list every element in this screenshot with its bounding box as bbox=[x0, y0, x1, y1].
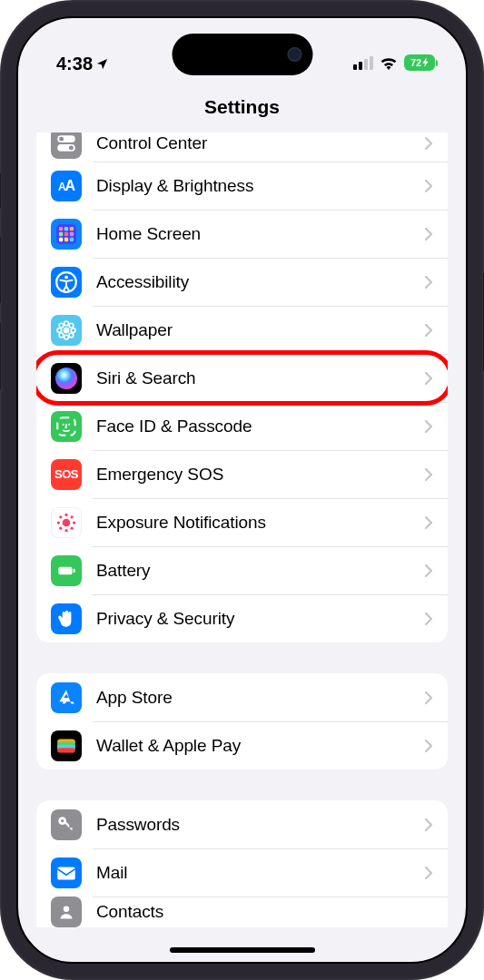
svg-point-33 bbox=[59, 515, 62, 518]
row-label: Display & Brightness bbox=[96, 176, 424, 196]
chevron-right-icon bbox=[424, 866, 433, 880]
chevron-right-icon bbox=[424, 515, 433, 530]
row-label: Wallet & Apple Pay bbox=[96, 736, 424, 756]
svg-point-19 bbox=[57, 328, 62, 332]
row-label: App Store bbox=[96, 688, 424, 708]
settings-row-battery[interactable]: Battery bbox=[36, 546, 448, 594]
battery-icon: 72 bbox=[404, 54, 435, 71]
row-label: Mail bbox=[96, 863, 424, 883]
chevron-right-icon bbox=[424, 227, 433, 241]
svg-point-47 bbox=[64, 906, 70, 913]
settings-row-home-screen[interactable]: Home Screen bbox=[36, 210, 448, 258]
settings-row-privacy-security[interactable]: Privacy & Security bbox=[36, 594, 448, 642]
svg-point-30 bbox=[64, 529, 67, 532]
row-label: Siri & Search bbox=[96, 368, 424, 388]
chevron-right-icon bbox=[424, 419, 433, 434]
svg-rect-46 bbox=[57, 867, 75, 879]
settings-group: App StoreWallet & Apple Pay bbox=[36, 673, 448, 769]
chevron-right-icon bbox=[424, 371, 433, 386]
svg-rect-13 bbox=[70, 237, 74, 240]
row-label: Home Screen bbox=[96, 224, 424, 244]
svg-point-29 bbox=[64, 513, 67, 515]
settings-row-mail[interactable]: Mail bbox=[36, 848, 448, 897]
svg-rect-38 bbox=[74, 568, 75, 572]
settings-group: Control CenterAADisplay & BrightnessHome… bbox=[36, 132, 448, 642]
svg-rect-8 bbox=[59, 231, 63, 235]
svg-point-32 bbox=[73, 521, 75, 524]
chevron-right-icon bbox=[424, 275, 433, 289]
svg-point-45 bbox=[61, 819, 64, 822]
row-label: Battery bbox=[96, 561, 424, 581]
svg-rect-10 bbox=[70, 231, 74, 235]
screen: 4:38 72 Settings Control CenterAADisplay… bbox=[16, 16, 468, 964]
phone-frame: 4:38 72 Settings Control CenterAADisplay… bbox=[0, 0, 484, 980]
row-label: Passwords bbox=[96, 815, 424, 835]
signal-icon bbox=[353, 56, 373, 70]
svg-point-35 bbox=[59, 526, 62, 529]
settings-list[interactable]: Control CenterAADisplay & BrightnessHome… bbox=[18, 132, 466, 960]
svg-rect-9 bbox=[64, 231, 68, 235]
settings-group: PasswordsMailContacts bbox=[36, 800, 448, 927]
chevron-right-icon bbox=[424, 136, 433, 151]
status-time: 4:38 bbox=[56, 54, 93, 74]
chevron-right-icon bbox=[424, 467, 433, 482]
settings-row-wallpaper[interactable]: Wallpaper bbox=[36, 306, 448, 354]
svg-point-16 bbox=[64, 327, 70, 333]
emergency-sos-icon: SOS bbox=[51, 459, 82, 490]
svg-point-21 bbox=[59, 323, 64, 328]
svg-point-18 bbox=[64, 335, 69, 339]
display-brightness-icon: AA bbox=[51, 171, 82, 201]
chevron-right-icon bbox=[424, 612, 433, 626]
face-id-icon bbox=[51, 411, 82, 442]
wifi-icon bbox=[380, 56, 398, 70]
battery-icon bbox=[51, 555, 82, 586]
row-label: Face ID & Passcode bbox=[96, 416, 424, 436]
svg-point-22 bbox=[69, 323, 74, 328]
svg-point-28 bbox=[63, 518, 71, 526]
settings-row-display-brightness[interactable]: AADisplay & Brightness bbox=[36, 162, 448, 210]
settings-row-siri-search[interactable]: Siri & Search bbox=[36, 354, 448, 402]
svg-point-23 bbox=[59, 333, 64, 338]
mail-icon bbox=[51, 858, 82, 888]
settings-row-passwords[interactable]: Passwords bbox=[36, 800, 448, 848]
svg-point-20 bbox=[71, 328, 75, 332]
home-indicator[interactable] bbox=[170, 947, 315, 953]
page-title: Settings bbox=[18, 80, 466, 132]
control-center-icon bbox=[51, 132, 82, 159]
settings-row-accessibility[interactable]: Accessibility bbox=[36, 258, 448, 306]
row-label: Emergency SOS bbox=[96, 465, 424, 485]
privacy-security-icon bbox=[51, 603, 82, 634]
svg-point-3 bbox=[69, 145, 74, 150]
row-label: Privacy & Security bbox=[96, 609, 424, 629]
svg-point-26 bbox=[63, 423, 64, 425]
svg-point-24 bbox=[69, 333, 74, 338]
settings-row-contacts[interactable]: Contacts bbox=[36, 897, 448, 927]
wallpaper-icon bbox=[51, 315, 82, 346]
settings-row-face-id[interactable]: Face ID & Passcode bbox=[36, 402, 448, 450]
app-store-icon bbox=[51, 682, 82, 713]
settings-row-control-center[interactable]: Control Center bbox=[36, 132, 448, 162]
settings-row-exposure-notifications[interactable]: Exposure Notifications bbox=[36, 498, 448, 546]
svg-point-31 bbox=[57, 521, 60, 524]
chevron-right-icon bbox=[424, 323, 433, 338]
settings-row-emergency-sos[interactable]: SOSEmergency SOS bbox=[36, 450, 448, 498]
siri-search-icon bbox=[51, 363, 82, 394]
chevron-right-icon bbox=[424, 564, 433, 578]
settings-row-wallet[interactable]: Wallet & Apple Pay bbox=[36, 721, 448, 769]
settings-row-app-store[interactable]: App Store bbox=[36, 673, 448, 721]
svg-rect-43 bbox=[57, 748, 75, 752]
exposure-notifications-icon bbox=[51, 507, 82, 538]
chevron-right-icon bbox=[424, 818, 433, 832]
wallet-icon bbox=[51, 730, 82, 761]
svg-rect-11 bbox=[59, 237, 63, 240]
svg-rect-6 bbox=[64, 226, 68, 230]
row-label: Accessibility bbox=[96, 272, 424, 292]
dynamic-island bbox=[172, 34, 312, 75]
home-screen-icon bbox=[51, 219, 82, 250]
row-label: Wallpaper bbox=[96, 320, 424, 340]
row-label: Exposure Notifications bbox=[96, 513, 424, 533]
svg-point-36 bbox=[71, 526, 74, 529]
passwords-icon bbox=[51, 809, 82, 840]
chevron-right-icon bbox=[424, 179, 433, 193]
svg-point-1 bbox=[59, 137, 64, 142]
